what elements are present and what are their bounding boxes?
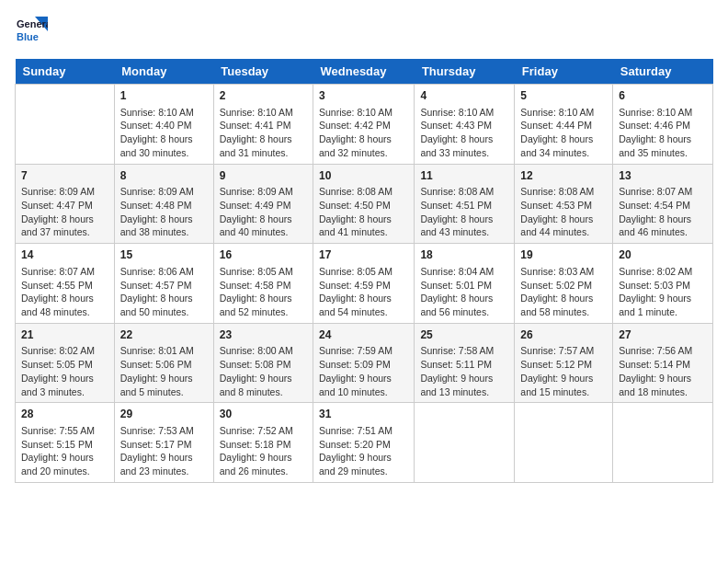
column-header-monday: Monday [114,59,213,85]
sunrise-text: Sunrise: 7:56 AM [619,344,707,358]
calendar-cell: 28 Sunrise: 7:55 AM Sunset: 5:15 PM Dayl… [16,403,115,483]
column-header-saturday: Saturday [613,59,713,85]
calendar-cell: 10 Sunrise: 8:08 AM Sunset: 4:50 PM Dayl… [313,164,415,244]
sunrise-text: Sunrise: 8:10 AM [420,106,508,120]
sunrise-text: Sunrise: 7:53 AM [120,424,208,438]
calendar-cell: 22 Sunrise: 8:01 AM Sunset: 5:06 PM Dayl… [114,323,213,403]
daylight-label: Daylight: 9 hours and 3 minutes. [21,372,108,398]
week-row-3: 14 Sunrise: 8:07 AM Sunset: 4:55 PM Dayl… [16,244,713,324]
sunrise-text: Sunrise: 8:04 AM [420,265,508,279]
sunrise-text: Sunrise: 8:05 AM [220,265,307,279]
daylight-label: Daylight: 8 hours and 58 minutes. [520,292,607,318]
sunset-text: Sunset: 4:51 PM [420,199,508,213]
day-number: 12 [520,168,607,184]
daylight-label: Daylight: 9 hours and 20 minutes. [21,451,108,477]
day-number: 7 [21,168,108,184]
day-number: 23 [220,327,307,343]
sunset-text: Sunset: 5:12 PM [520,358,607,372]
calendar-cell: 27 Sunrise: 7:56 AM Sunset: 5:14 PM Dayl… [613,323,713,403]
svg-text:General: General [17,18,48,29]
column-header-sunday: Sunday [16,59,115,85]
calendar-cell: 12 Sunrise: 8:08 AM Sunset: 4:53 PM Dayl… [515,164,613,244]
sunset-text: Sunset: 5:17 PM [120,438,208,452]
sunrise-text: Sunrise: 8:08 AM [520,185,607,199]
day-number: 9 [220,168,307,184]
calendar-cell: 16 Sunrise: 8:05 AM Sunset: 4:58 PM Dayl… [213,244,313,324]
column-header-wednesday: Wednesday [313,59,415,85]
week-row-4: 21 Sunrise: 8:02 AM Sunset: 5:05 PM Dayl… [16,323,713,403]
calendar-cell: 17 Sunrise: 8:05 AM Sunset: 4:59 PM Dayl… [313,244,415,324]
week-row-5: 28 Sunrise: 7:55 AM Sunset: 5:15 PM Dayl… [16,403,713,483]
sunrise-text: Sunrise: 8:10 AM [220,106,307,120]
sunset-text: Sunset: 4:40 PM [120,119,208,132]
calendar-cell: 1 Sunrise: 8:10 AM Sunset: 4:40 PM Dayli… [114,85,213,165]
column-header-thursday: Thursday [415,59,515,85]
day-number: 21 [21,327,108,343]
calendar-cell: 24 Sunrise: 7:59 AM Sunset: 5:09 PM Dayl… [313,323,415,403]
sunset-text: Sunset: 4:43 PM [420,119,508,132]
day-number: 10 [319,168,408,184]
sunrise-text: Sunrise: 7:51 AM [319,424,408,438]
sunrise-text: Sunrise: 8:09 AM [120,185,208,199]
sunset-text: Sunset: 5:09 PM [319,358,408,372]
sunrise-text: Sunrise: 8:05 AM [319,265,408,279]
daylight-label: Daylight: 8 hours and 56 minutes. [420,292,508,318]
sunrise-text: Sunrise: 8:02 AM [619,265,707,279]
day-number: 16 [220,247,307,263]
sunset-text: Sunset: 4:42 PM [319,119,408,132]
sunset-text: Sunset: 4:41 PM [220,119,307,132]
sunrise-text: Sunrise: 8:07 AM [21,265,108,279]
daylight-label: Daylight: 8 hours and 48 minutes. [21,292,108,318]
daylight-label: Daylight: 9 hours and 18 minutes. [619,372,707,398]
sunset-text: Sunset: 5:11 PM [420,358,508,372]
daylight-label: Daylight: 8 hours and 41 minutes. [319,213,408,239]
sunrise-text: Sunrise: 7:59 AM [319,344,408,358]
sunset-text: Sunset: 4:55 PM [21,279,108,293]
day-number: 24 [319,327,408,343]
day-number: 5 [520,88,607,104]
daylight-label: Daylight: 8 hours and 30 minutes. [120,132,208,159]
calendar-cell: 14 Sunrise: 8:07 AM Sunset: 4:55 PM Dayl… [16,244,115,324]
calendar-cell: 18 Sunrise: 8:04 AM Sunset: 5:01 PM Dayl… [415,244,515,324]
sunrise-text: Sunrise: 7:55 AM [21,424,108,438]
sunset-text: Sunset: 5:15 PM [21,438,108,452]
logo-icon: General Blue [15,15,48,48]
daylight-label: Daylight: 8 hours and 40 minutes. [220,213,307,239]
day-number: 13 [619,168,707,184]
sunrise-text: Sunrise: 7:58 AM [420,344,508,358]
daylight-label: Daylight: 9 hours and 29 minutes. [319,451,408,477]
day-number: 25 [420,327,508,343]
day-number: 1 [120,88,208,104]
calendar-header-row: SundayMondayTuesdayWednesdayThursdayFrid… [16,59,713,85]
daylight-label: Daylight: 9 hours and 26 minutes. [220,451,307,477]
sunset-text: Sunset: 5:01 PM [420,279,508,293]
day-number: 11 [420,168,508,184]
calendar-cell [415,403,515,483]
sunrise-text: Sunrise: 8:02 AM [21,344,108,358]
day-number: 30 [220,407,307,422]
daylight-label: Daylight: 9 hours and 23 minutes. [120,451,208,477]
daylight-label: Daylight: 8 hours and 31 minutes. [220,132,307,159]
daylight-label: Daylight: 8 hours and 44 minutes. [520,213,607,239]
sunset-text: Sunset: 4:50 PM [319,199,408,213]
sunset-text: Sunset: 4:53 PM [520,199,607,213]
daylight-label: Daylight: 8 hours and 54 minutes. [319,292,408,318]
sunrise-text: Sunrise: 8:10 AM [520,106,607,120]
sunset-text: Sunset: 5:14 PM [619,358,707,372]
day-number: 14 [21,247,108,263]
sunset-text: Sunset: 5:06 PM [120,358,208,372]
daylight-label: Daylight: 9 hours and 13 minutes. [420,372,508,398]
calendar-cell: 4 Sunrise: 8:10 AM Sunset: 4:43 PM Dayli… [415,85,515,165]
daylight-label: Daylight: 8 hours and 50 minutes. [120,292,208,318]
sunset-text: Sunset: 5:20 PM [319,438,408,452]
calendar-cell: 13 Sunrise: 8:07 AM Sunset: 4:54 PM Dayl… [613,164,713,244]
sunrise-text: Sunrise: 8:01 AM [120,344,208,358]
sunset-text: Sunset: 5:08 PM [220,358,307,372]
day-number: 18 [420,247,508,263]
day-number: 22 [120,327,208,343]
sunrise-text: Sunrise: 7:52 AM [220,424,307,438]
sunrise-text: Sunrise: 7:57 AM [520,344,607,358]
sunset-text: Sunset: 4:47 PM [21,199,108,213]
sunrise-text: Sunrise: 8:10 AM [120,106,208,120]
day-number: 19 [520,247,607,263]
